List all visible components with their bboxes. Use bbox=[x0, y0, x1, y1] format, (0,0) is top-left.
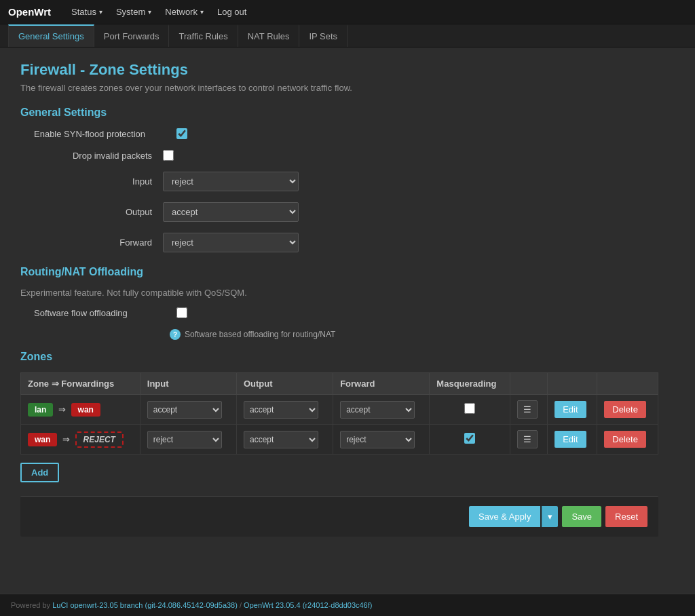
forward-select[interactable]: reject accept drop bbox=[163, 233, 299, 252]
row1-delete-button[interactable]: Delete bbox=[604, 401, 646, 418]
nav-network[interactable]: Network ▾ bbox=[158, 0, 210, 24]
arrow-icon-2: ⇒ bbox=[62, 434, 70, 444]
output-label: Output bbox=[27, 207, 163, 217]
col-masquerading: Masquerading bbox=[430, 373, 510, 395]
input-select[interactable]: reject accept drop bbox=[163, 172, 299, 191]
reset-button[interactable]: Reset bbox=[605, 506, 647, 527]
row2-input-select[interactable]: reject accept drop bbox=[147, 431, 222, 448]
software-flow-row: Software flow offloading bbox=[20, 307, 658, 318]
row2-menu-button[interactable]: ☰ bbox=[517, 430, 538, 448]
row2-delete-button[interactable]: Delete bbox=[604, 431, 646, 448]
section-title-routing: Routing/NAT Offloading bbox=[20, 266, 658, 278]
row2-output-select[interactable]: accept reject drop bbox=[244, 431, 318, 448]
nav-logout[interactable]: Log out bbox=[210, 0, 253, 24]
delete-cell-1: Delete bbox=[597, 395, 658, 425]
drop-invalid-checkbox[interactable] bbox=[163, 150, 174, 161]
forward-row: Forward reject accept drop bbox=[20, 233, 658, 252]
zones-table: Zone ⇒ Forwardings Input Output Forward … bbox=[20, 372, 658, 455]
row1-masquerading-checkbox[interactable] bbox=[464, 403, 475, 414]
drop-invalid-row: Drop invalid packets bbox=[20, 150, 658, 161]
nav-system[interactable]: System ▾ bbox=[109, 0, 158, 24]
tab-nat-rules[interactable]: NAT Rules bbox=[238, 24, 300, 47]
col-zone-forwardings: Zone ⇒ Forwardings bbox=[21, 373, 140, 395]
menu-cell-1: ☰ bbox=[510, 395, 547, 425]
row1-edit-button[interactable]: Edit bbox=[555, 401, 586, 418]
output-cell-1: accept reject drop bbox=[236, 395, 333, 425]
syn-flood-row: Enable SYN-flood protection bbox=[20, 128, 658, 139]
tab-port-forwards[interactable]: Port Forwards bbox=[94, 24, 170, 47]
help-text: Software based offloading for routing/NA… bbox=[185, 330, 335, 339]
software-flow-label: Software flow offloading bbox=[27, 308, 176, 318]
save-button[interactable]: Save bbox=[562, 506, 601, 527]
nav-status[interactable]: Status ▾ bbox=[64, 0, 109, 24]
status-dropdown-arrow: ▾ bbox=[99, 8, 102, 16]
input-cell-2: reject accept drop bbox=[140, 425, 236, 455]
row1-forward-select[interactable]: accept reject drop bbox=[340, 401, 415, 419]
save-apply-button[interactable]: Save & Apply bbox=[469, 506, 540, 527]
navbar: OpenWrt Status ▾ System ▾ Network ▾ Log … bbox=[0, 0, 695, 24]
row1-input-select[interactable]: accept reject drop bbox=[147, 401, 222, 419]
row1-output-select[interactable]: accept reject drop bbox=[244, 401, 318, 419]
page-subtitle: The firewall creates zones over your net… bbox=[20, 83, 658, 93]
zones-section: Zones Zone ⇒ Forwardings Input Output Fo… bbox=[20, 351, 658, 482]
table-row: wan ⇒ REJECT reject accept drop accep bbox=[21, 425, 658, 455]
drop-invalid-label: Drop invalid packets bbox=[27, 151, 163, 161]
zone-badge-lan: lan bbox=[28, 403, 53, 417]
zone-forwardings-cell-2: wan ⇒ REJECT bbox=[21, 425, 140, 455]
edit-cell-2: Edit bbox=[548, 425, 597, 455]
zone-badge-wan-2: wan bbox=[28, 433, 57, 446]
input-cell-1: accept reject drop bbox=[140, 395, 236, 425]
footer-text: Powered by bbox=[11, 601, 52, 609]
arrow-icon-1: ⇒ bbox=[58, 404, 66, 415]
col-input: Input bbox=[140, 373, 236, 395]
masquerading-cell-1 bbox=[430, 395, 510, 425]
routing-subtitle: Experimental feature. Not fully compatib… bbox=[20, 288, 658, 298]
col-actions2 bbox=[548, 373, 597, 395]
delete-cell-2: Delete bbox=[597, 425, 658, 455]
col-output: Output bbox=[236, 373, 333, 395]
input-label: Input bbox=[27, 176, 163, 187]
zone-badge-reject: REJECT bbox=[75, 431, 124, 448]
tab-general-settings[interactable]: General Settings bbox=[8, 24, 94, 47]
action-bar: Save & Apply ▾ Save Reset bbox=[20, 496, 658, 537]
row2-masquerading-checkbox[interactable] bbox=[464, 433, 475, 444]
brand: OpenWrt bbox=[8, 6, 51, 18]
row1-menu-button[interactable]: ☰ bbox=[517, 400, 538, 419]
syn-flood-label: Enable SYN-flood protection bbox=[27, 129, 176, 139]
forward-cell-1: accept reject drop bbox=[333, 395, 430, 425]
section-title-zones: Zones bbox=[20, 351, 658, 363]
tab-ip-sets[interactable]: IP Sets bbox=[299, 24, 348, 47]
footer-luci-link[interactable]: LuCI openwrt-23.05 branch (git-24.086.45… bbox=[52, 601, 238, 609]
help-icon: ? bbox=[170, 329, 181, 340]
zone-forwardings-cell-1: lan ⇒ wan bbox=[21, 395, 140, 425]
table-row: lan ⇒ wan accept reject drop accept bbox=[21, 395, 658, 425]
software-flow-help-row: ? Software based offloading for routing/… bbox=[170, 329, 658, 340]
col-actions3 bbox=[597, 373, 658, 395]
col-actions1 bbox=[510, 373, 547, 395]
system-dropdown-arrow: ▾ bbox=[148, 8, 151, 16]
syn-flood-checkbox[interactable] bbox=[176, 128, 187, 139]
edit-cell-1: Edit bbox=[548, 395, 597, 425]
add-row: Add bbox=[20, 463, 658, 482]
output-select[interactable]: accept reject drop bbox=[163, 202, 299, 222]
software-flow-checkbox[interactable] bbox=[176, 307, 187, 318]
save-apply-dropdown-button[interactable]: ▾ bbox=[542, 506, 558, 527]
row2-forward-select[interactable]: reject accept drop bbox=[340, 431, 415, 448]
forward-label: Forward bbox=[27, 237, 163, 248]
row2-edit-button[interactable]: Edit bbox=[555, 431, 586, 448]
footer-openwrt-link[interactable]: OpenWrt 23.05.4 (r24012-d8dd03c46f) bbox=[244, 601, 372, 609]
add-button[interactable]: Add bbox=[20, 463, 59, 482]
network-dropdown-arrow: ▾ bbox=[200, 8, 204, 16]
input-row: Input reject accept drop bbox=[20, 172, 658, 191]
masquerading-cell-2 bbox=[430, 425, 510, 455]
tabs-bar: General Settings Port Forwards Traffic R… bbox=[0, 24, 695, 47]
tab-traffic-rules[interactable]: Traffic Rules bbox=[169, 24, 238, 47]
output-cell-2: accept reject drop bbox=[236, 425, 333, 455]
output-row: Output accept reject drop bbox=[20, 202, 658, 222]
menu-cell-2: ☰ bbox=[510, 425, 547, 455]
section-title-general: General Settings bbox=[20, 107, 658, 119]
footer: Powered by LuCI openwrt-23.05 branch (gi… bbox=[0, 594, 695, 616]
col-forward: Forward bbox=[333, 373, 430, 395]
forward-cell-2: reject accept drop bbox=[333, 425, 430, 455]
main-content: Firewall - Zone Settings The firewall cr… bbox=[0, 47, 679, 550]
